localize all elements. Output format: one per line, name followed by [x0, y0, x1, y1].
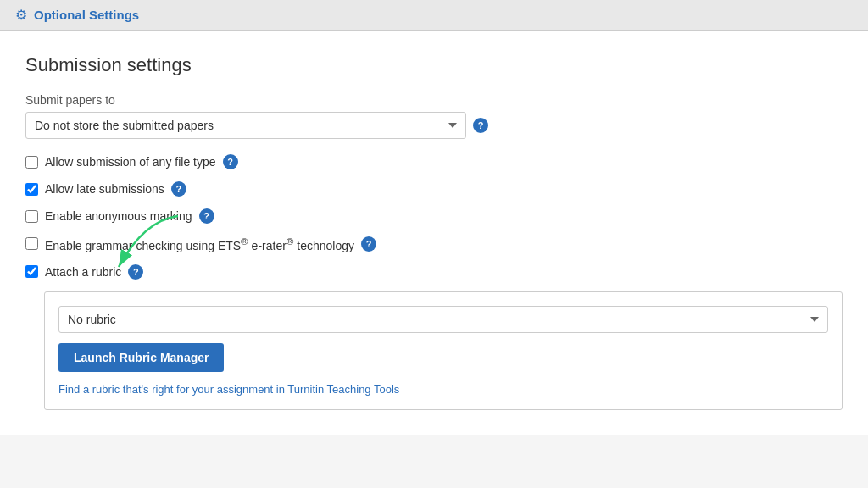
gear-icon: ⚙: [15, 7, 27, 23]
launch-rubric-manager-button[interactable]: Launch Rubric Manager: [58, 343, 224, 372]
checkbox-row-file-type: Allow submission of any file type ?: [25, 154, 843, 169]
content-area: Submission settings Submit papers to Do …: [0, 30, 868, 435]
allow-file-type-help-icon[interactable]: ?: [223, 154, 238, 169]
anonymous-marking-label: Enable anonymous marking: [45, 209, 192, 223]
checkbox-row-anonymous: Enable anonymous marking ?: [25, 208, 843, 224]
attach-rubric-row: Attach a rubric ? No rubric: [25, 264, 843, 410]
allow-late-checkbox[interactable]: [25, 183, 38, 196]
grammar-help-icon[interactable]: ?: [361, 236, 376, 252]
anonymous-marking-checkbox[interactable]: [25, 210, 38, 223]
header-bar: ⚙ Optional Settings: [0, 0, 868, 30]
attach-rubric-help-icon[interactable]: ?: [128, 264, 143, 280]
checkbox-row-late-submissions: Allow late submissions ?: [25, 181, 843, 197]
grammar-checking-checkbox[interactable]: [25, 237, 38, 250]
page-wrapper: ⚙ Optional Settings Submission settings …: [0, 0, 868, 488]
rubric-link-row: Find a rubric that's right for your assi…: [58, 382, 828, 396]
rubric-box: No rubric Launch Rubric Manager Find a r…: [44, 291, 843, 410]
anonymous-marking-help-icon[interactable]: ?: [199, 208, 214, 224]
attach-rubric-checkbox[interactable]: [25, 265, 38, 278]
attach-rubric-label: Attach a rubric: [45, 265, 121, 279]
grammar-checking-label: Enable grammar checking using ETS® e-rat…: [45, 236, 354, 252]
allow-file-type-checkbox[interactable]: [25, 156, 38, 169]
header-title: Optional Settings: [34, 8, 139, 22]
checkbox-row-grammar: Enable grammar checking using ETS® e-rat…: [25, 236, 843, 252]
submit-papers-help-icon[interactable]: ?: [473, 118, 488, 133]
rubric-link[interactable]: Find a rubric that's right for your assi…: [58, 383, 399, 396]
submit-papers-dropdown[interactable]: Do not store the submitted papers Standa…: [25, 112, 466, 139]
allow-late-help-icon[interactable]: ?: [171, 181, 186, 197]
submit-papers-label: Submit papers to: [25, 93, 843, 107]
section-title: Submission settings: [25, 54, 843, 76]
allow-late-label: Allow late submissions: [45, 182, 164, 196]
checkbox-row-attach-rubric: Attach a rubric ?: [25, 264, 843, 280]
allow-file-type-label: Allow submission of any file type: [45, 155, 216, 169]
launch-btn-row: Launch Rubric Manager: [58, 343, 828, 382]
rubric-dropdown[interactable]: No rubric: [58, 306, 828, 333]
submit-papers-row: Do not store the submitted papers Standa…: [25, 112, 843, 139]
